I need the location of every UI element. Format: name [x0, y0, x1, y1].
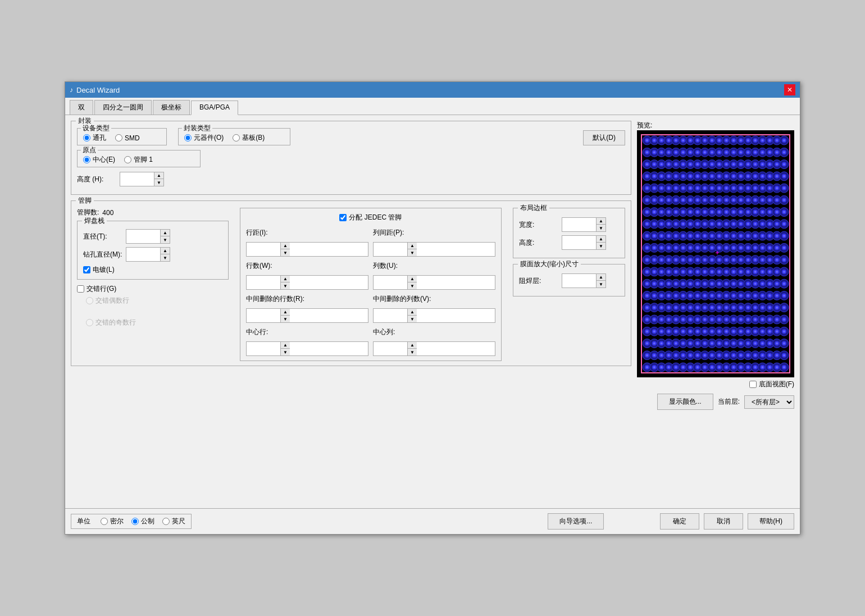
ok-button[interactable]: 确定 [660, 513, 699, 530]
row-count-up[interactable]: ▲ [281, 276, 290, 282]
svg-point-1176 [725, 366, 727, 368]
solder-mask-up[interactable]: ▲ [597, 274, 606, 281]
center-row-input[interactable]: 0 [247, 344, 280, 354]
diameter-up[interactable]: ▲ [161, 230, 170, 236]
bottom-view-checkbox[interactable]: 底面视图(F) [749, 380, 794, 389]
height-up[interactable]: ▲ [154, 172, 163, 179]
tab-polar[interactable]: 极坐标 [153, 100, 190, 115]
diameter-down[interactable]: ▼ [161, 236, 170, 243]
svg-point-861 [689, 307, 691, 309]
tab-bga[interactable]: BGA/PGA [191, 101, 238, 115]
tab-quarter[interactable]: 四分之一圆周 [94, 100, 152, 115]
svg-rect-0 [641, 135, 790, 373]
del-cols-down[interactable]: ▼ [408, 316, 417, 322]
svg-point-1077 [776, 342, 778, 344]
cancel-button[interactable]: 取消 [704, 513, 743, 530]
stagger-even-radio[interactable]: 交错偶数行 [86, 296, 229, 305]
col-pitch-up[interactable]: ▲ [408, 243, 417, 249]
package-component[interactable]: 元器件(O) [184, 133, 224, 143]
center-col-up[interactable]: ▲ [408, 342, 417, 349]
origin-center[interactable]: 中心(E) [83, 155, 115, 165]
layout-width-input[interactable]: 50.8 [562, 220, 596, 230]
svg-point-915 [675, 318, 677, 321]
svg-point-426 [653, 223, 655, 225]
layout-height-input[interactable]: 50.8 [562, 238, 596, 248]
col-pitch-down[interactable]: ▼ [408, 249, 417, 256]
unit-inch[interactable]: 英尺 [162, 517, 185, 526]
svg-point-1149 [661, 366, 663, 368]
unit-mil[interactable]: 密尔 [101, 517, 124, 526]
drill-input[interactable]: 0.889 [126, 249, 160, 259]
stagger-odd-radio[interactable]: 交错的奇数行 [86, 318, 229, 327]
svg-point-591 [761, 247, 763, 249]
wizard-options-button[interactable]: 向导选项... [548, 513, 604, 530]
solder-mask-input[interactable]: 0 [562, 276, 596, 286]
package-substrate[interactable]: 基板(B) [233, 133, 265, 143]
svg-point-909 [661, 318, 663, 321]
layer-select[interactable]: <所有层> [744, 395, 794, 409]
col-count-input[interactable]: 20 [374, 277, 407, 288]
center-row-up[interactable]: ▲ [281, 342, 290, 349]
center-col-input[interactable]: 0 [374, 344, 407, 354]
solder-mask-down[interactable]: ▼ [597, 281, 606, 288]
main-content: 封装 设备类型 通孔 SMD [65, 115, 800, 508]
del-cols-up[interactable]: ▲ [408, 309, 417, 316]
svg-point-276 [725, 187, 727, 189]
del-cols-input[interactable]: 0 [374, 311, 407, 321]
row-pitch-down[interactable]: ▼ [281, 249, 290, 256]
help-button[interactable]: 帮助(H) [748, 513, 794, 530]
height-down[interactable]: ▼ [154, 179, 163, 186]
pin-count-value: 400 [102, 209, 113, 217]
del-rows-up[interactable]: ▲ [281, 309, 290, 316]
unit-metric[interactable]: 公制 [131, 517, 154, 526]
electroplate-checkbox[interactable]: 电镀(L) [83, 265, 222, 275]
layout-width-up[interactable]: ▲ [597, 218, 606, 225]
del-rows-input[interactable]: 0 [247, 311, 280, 321]
layout-height-down[interactable]: ▼ [597, 243, 606, 249]
height-input[interactable]: 1.27 [120, 174, 154, 184]
origin-pin1[interactable]: 管脚 1 [124, 155, 153, 165]
svg-point-420 [783, 211, 785, 213]
layout-width-down[interactable]: ▼ [597, 225, 606, 231]
col-count-down[interactable]: ▼ [408, 282, 417, 289]
svg-point-294 [768, 187, 771, 189]
jedec-checkbox[interactable]: 分配 JEDEC 管脚 [246, 213, 495, 222]
center-row-label: 中心行: [246, 327, 368, 337]
svg-point-159 [732, 163, 735, 166]
svg-point-270 [711, 187, 713, 189]
svg-point-312 [668, 199, 670, 201]
del-cols-label: 中间删除的列数(V): [373, 294, 495, 304]
default-button[interactable]: 默认(D) [583, 130, 625, 145]
close-button[interactable]: ✕ [784, 84, 795, 95]
col-pitch-input[interactable]: 2.54 [374, 244, 407, 254]
svg-point-807 [704, 294, 706, 296]
layout-height-up[interactable]: ▲ [597, 236, 606, 243]
center-col-down[interactable]: ▼ [408, 349, 417, 355]
device-smd[interactable]: SMD [115, 134, 140, 142]
center-row-down[interactable]: ▼ [281, 349, 290, 355]
diameter-input[interactable]: 1.524 [126, 231, 160, 241]
row-pitch-up[interactable]: ▲ [281, 243, 290, 249]
svg-point-210 [711, 175, 713, 177]
svg-point-585 [747, 247, 749, 249]
solder-mask-label: 阻焊层: [519, 276, 558, 286]
svg-point-156 [725, 163, 727, 166]
del-rows-down[interactable]: ▼ [281, 316, 290, 322]
tab-dual[interactable]: 双 [70, 100, 93, 115]
drill-up[interactable]: ▲ [161, 248, 170, 254]
row-count-input[interactable]: 20 [247, 277, 280, 288]
svg-point-213 [718, 175, 720, 177]
svg-point-975 [675, 330, 677, 332]
app-icon: ♪ [70, 86, 73, 94]
stagger-checkbox[interactable]: 交错行(G) [77, 284, 229, 294]
svg-point-732 [668, 282, 670, 285]
device-throughhole[interactable]: 通孔 [83, 133, 106, 143]
show-colors-button[interactable]: 显示颜色... [657, 394, 713, 410]
bga-dots [643, 136, 789, 372]
svg-point-285 [747, 187, 749, 189]
drill-down[interactable]: ▼ [161, 254, 170, 261]
row-count-down[interactable]: ▼ [281, 282, 290, 289]
row-pitch-input[interactable]: 2.54 [247, 244, 280, 254]
svg-point-1134 [768, 354, 771, 357]
col-count-up[interactable]: ▲ [408, 276, 417, 282]
